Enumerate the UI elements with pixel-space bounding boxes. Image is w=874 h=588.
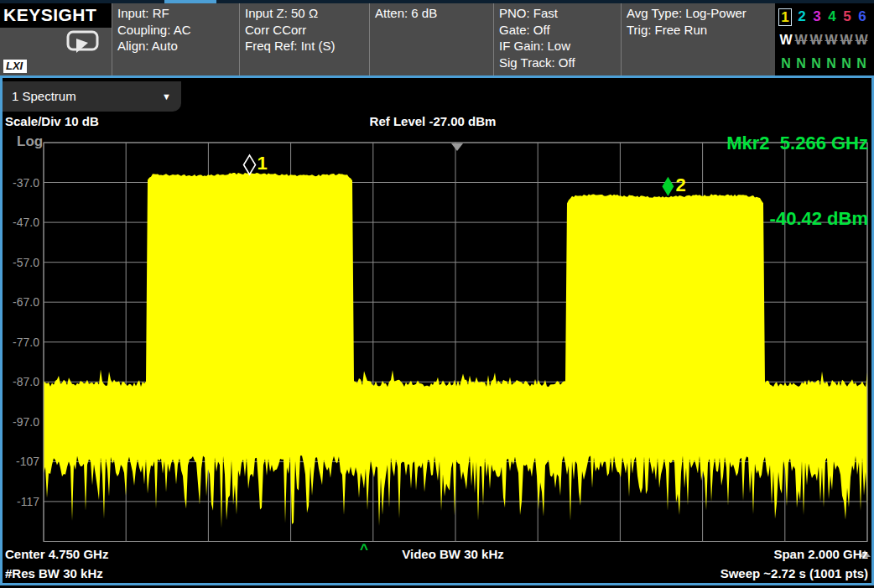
status-line: Corr CCorr <box>245 22 369 39</box>
svg-text:-87.0: -87.0 <box>13 375 39 388</box>
svg-text:-67.0: -67.0 <box>13 295 39 309</box>
status-line: IF Gain: Low <box>499 38 621 55</box>
trace-type-row: W W W W W W <box>778 29 874 52</box>
trace-6-selector[interactable]: 6 <box>855 8 870 25</box>
window-selector-dropdown[interactable]: 1 Spectrum ▼ <box>3 81 181 112</box>
trace-5-type[interactable]: W <box>839 33 854 48</box>
status-line: Coupling: AC <box>117 22 239 39</box>
center-freq-pointer-icon <box>451 143 463 151</box>
trace-4-update[interactable]: N <box>824 56 839 71</box>
svg-text:-117: -117 <box>17 495 39 508</box>
trace-2-selector[interactable]: 2 <box>794 8 809 25</box>
trace-2-update[interactable]: N <box>793 56 809 71</box>
vbw-caret-icon: ^ <box>360 541 368 557</box>
trace-1-selector[interactable]: 1 <box>778 8 792 26</box>
marker-1-diamond <box>244 155 256 174</box>
system-status-bar: KEYSIGHT LXI Input: RF Coupling: AC Alig… <box>0 3 874 75</box>
svg-text:-37.0: -37.0 <box>13 176 39 190</box>
center-frequency-label[interactable]: Center 4.750 GHz <box>5 547 108 561</box>
ref-level-label[interactable]: Ref Level -27.00 dBm <box>370 114 497 128</box>
trace-3-update[interactable]: N <box>809 56 824 71</box>
trace-5-update[interactable]: N <box>839 56 854 71</box>
status-line: PNO: Fast <box>499 5 621 22</box>
marker-readout-freq: Mkr2 5.266 GHz <box>726 131 868 156</box>
status-line: Input Z: 50 Ω <box>245 5 369 22</box>
status-line: Trig: Free Run <box>627 22 775 39</box>
marker-2-label: 2 <box>675 174 685 195</box>
chevron-down-icon: ▼ <box>162 81 171 112</box>
trace-update-row: N N N N N N <box>778 52 874 75</box>
status-line: Atten: 6 dB <box>375 5 493 22</box>
scale-per-div-label[interactable]: Scale/Div 10 dB <box>5 114 99 128</box>
trace-1-type[interactable]: W <box>778 33 793 48</box>
trace-3-type[interactable]: W <box>809 33 824 48</box>
trace-1-update[interactable]: N <box>778 56 793 71</box>
svg-text:-107: -107 <box>16 455 39 468</box>
trace-number-row: 1 2 3 4 5 6 <box>778 5 874 29</box>
trace-6-type[interactable]: W <box>854 33 869 48</box>
video-bw-label[interactable]: Video BW 30 kHz <box>402 547 503 561</box>
trace-4-type[interactable]: W <box>824 33 839 48</box>
marker-readout-level: -40.42 dBm <box>726 206 868 232</box>
status-col-atten[interactable]: Atten: 6 dB <box>369 3 493 75</box>
marker-2-diamond <box>662 177 674 196</box>
keysight-logo-block: KEYSIGHT LXI <box>0 3 112 75</box>
span-label[interactable]: Span 2.000 GHz <box>773 547 868 561</box>
svg-text:-57.0: -57.0 <box>13 256 39 269</box>
marker-readout: Mkr2 5.266 GHz -40.42 dBm <box>726 81 868 257</box>
trace-6-update[interactable]: N <box>854 56 869 71</box>
window-selector-label: 1 Spectrum <box>12 89 76 103</box>
status-col-pno[interactable]: PNO: Fast Gate: Off IF Gain: Low Sig Tra… <box>493 3 621 75</box>
status-line: Input: RF <box>117 5 239 22</box>
status-line: Avg Type: Log-Power <box>627 5 775 22</box>
status-line: Freq Ref: Int (S) <box>245 38 369 55</box>
trace-4-selector[interactable]: 4 <box>825 8 840 25</box>
status-col-input[interactable]: Input: RF Coupling: AC Align: Auto <box>112 3 239 75</box>
res-bw-label[interactable]: #Res BW 30 kHz <box>5 566 103 580</box>
status-col-impedance[interactable]: Input Z: 50 Ω Corr CCorr Freq Ref: Int (… <box>239 3 369 75</box>
trace-5-selector[interactable]: 5 <box>840 8 855 25</box>
status-line: Gate: Off <box>499 22 621 39</box>
status-line: Sig Track: Off <box>499 55 621 71</box>
svg-text:-97.0: -97.0 <box>13 415 39 429</box>
window-border-bottom <box>0 583 874 585</box>
sweep-time-label[interactable]: Sweep ~2.72 s (1001 pts) <box>721 566 868 580</box>
status-col-avg-trig[interactable]: Avg Type: Log-Power Trig: Free Run <box>621 3 775 75</box>
remote-message-icon[interactable] <box>66 30 100 59</box>
trace-legend[interactable]: 1 2 3 4 5 6 W W W W W W N N N N N N <box>775 3 874 75</box>
marker-1-label: 1 <box>258 153 268 174</box>
status-line: Align: Auto <box>117 38 239 55</box>
lxi-badge: LXI <box>3 60 27 73</box>
amplitude-scale-label: Log <box>17 133 43 150</box>
svg-text:-77.0: -77.0 <box>13 336 39 349</box>
svg-text:-47.0: -47.0 <box>13 216 39 229</box>
trace-3-selector[interactable]: 3 <box>809 8 825 25</box>
trace-2-type[interactable]: W <box>793 33 809 48</box>
keysight-logo: KEYSIGHT <box>0 3 112 28</box>
